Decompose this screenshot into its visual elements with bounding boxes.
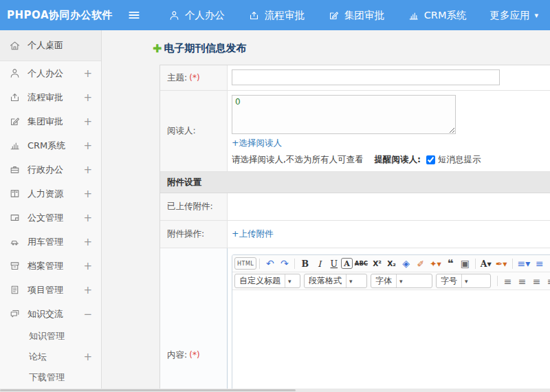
sidebar-item-label: 知识管理 [29,330,92,342]
underline-button[interactable]: U [327,257,341,270]
expand-toggle-icon[interactable]: + [83,212,92,224]
expand-toggle-icon[interactable]: + [83,116,92,128]
html-source-button[interactable]: HTML [234,257,256,270]
redo-button[interactable]: ↷ [277,257,292,270]
align-justify-button[interactable]: ≡ [544,274,550,288]
font-family-select[interactable]: 字体 ▾ [371,274,432,288]
toolbar-button-glyph: ≡ [547,276,550,287]
sidebar-item-icon [9,140,21,151]
expand-toggle-icon[interactable]: + [83,140,92,152]
attachment-section-header: 附件设置 [160,172,550,193]
attachment-operation-label: 附件操作: [160,221,228,248]
sms-notify-checkbox[interactable] [426,155,435,164]
sidebar-item-workflow-approval[interactable]: 流程审批 + [0,85,101,109]
expand-toggle-icon[interactable]: + [83,91,92,104]
editor-content-area[interactable] [232,290,550,392]
sidebar-item-hr[interactable]: 人力资源 + [0,182,101,206]
expand-toggle-icon[interactable]: + [83,67,92,80]
app-logo: PHPOA协同办公软件 [0,9,120,22]
topnav-item-label: CRM系统 [424,9,467,22]
toolbar-select-label: 自定义标题 [235,275,285,287]
topnav-item-label: 更多应用 [490,9,529,22]
topnav-workflow-approval[interactable]: 流程审批 [236,0,316,30]
sidebar-item-personal-desktop[interactable]: 个人桌面 [0,30,101,61]
paste-button[interactable]: ▣ [458,257,472,270]
toolbar-separator[interactable] [497,276,498,286]
strikethrough-button[interactable]: ABC [353,257,370,270]
topnav-crm[interactable]: CRM系统 [396,0,478,30]
font-color-button[interactable]: A▾ [478,257,494,270]
upload-attachment-link[interactable]: +上传附件 [232,228,273,240]
readers-hint-line: 请选择阅读人,不选为所有人可查看 提醒阅读人: 短消息提示 [232,154,550,166]
sidebar-item-document-mgmt[interactable]: 公文管理 + [0,206,101,230]
readers-hint-text: 请选择阅读人,不选为所有人可查看 [232,154,363,166]
expand-toggle-icon[interactable]: + [83,188,92,200]
sidebar-item-icon [9,308,21,320]
custom-title-select[interactable]: 自定义标题 ▾ [234,274,300,288]
font-style-button[interactable]: A [341,258,353,269]
subject-input[interactable] [232,69,500,85]
sidebar-item-crm[interactable]: CRM系统 + [0,133,101,157]
sidebar-item-icon [9,188,21,199]
sidebar-item-label: 公文管理 [28,212,80,224]
paragraph-format-select[interactable]: 段落格式 ▾ [304,274,367,288]
sms-notify-label: 短消息提示 [438,154,481,166]
sidebar-item-knowledge-exchange[interactable]: 知识交流 − [0,302,101,326]
topnav-group-approval[interactable]: 集团审批 [316,0,396,30]
sidebar-item-admin-office[interactable]: 行政办公 + [0,157,101,182]
expand-toggle-icon[interactable]: + [83,284,92,296]
sidebar-item-vehicle-mgmt[interactable]: 用车管理 + [0,230,101,254]
topnav-item-icon [168,10,180,21]
sidebar-subitem-knowledge-mgmt[interactable]: 知识管理 [0,326,101,347]
sidebar-item-project-mgmt[interactable]: 项目管理 + [0,278,101,302]
menu-toggle-button[interactable] [120,0,146,30]
expand-toggle-icon[interactable]: + [83,260,92,272]
toolbar-button-glyph: ✦▾ [430,259,441,269]
sidebar-item-icon [9,91,21,103]
scrollbar-thumb[interactable] [0,389,296,391]
sidebar-item-group-approval[interactable]: 集团审批 + [0,109,101,133]
choose-readers-link[interactable]: +选择阅读人 [232,138,282,149]
font-size-select[interactable]: 字号 ▾ [436,274,491,288]
superscript-button[interactable]: X² [370,257,384,270]
sidebar-subitem-download-mgmt[interactable]: 下载管理 [0,367,101,388]
sidebar-item-personal-office[interactable]: 个人办公 + [0,61,101,85]
format-brush-button[interactable]: ✐ [413,257,428,270]
sidebar-item-icon [9,164,21,175]
toolbar-button-glyph: A [344,259,350,268]
sidebar-subitem-forum[interactable]: 论坛 + [0,347,101,367]
highlight-color-button[interactable]: ✒▾ [494,257,509,270]
toolbar-separator[interactable] [294,259,295,269]
blockquote-button[interactable]: ❝ [443,257,458,270]
bold-button[interactable]: B [298,257,312,270]
align-right-button[interactable]: ≡ [529,274,544,288]
sidebar-item-archive-mgmt[interactable]: 档案管理 + [0,254,101,278]
expand-toggle-icon[interactable]: + [83,236,92,248]
toolbar-select-label: 字号 [437,275,461,287]
ordered-list-button[interactable]: ≡▾ [516,257,533,270]
toolbar-separator[interactable] [475,259,476,269]
subscript-button[interactable]: X₂ [384,257,399,270]
sidebar-item-label: 人力资源 [28,188,80,200]
attachment-operation-row: 附件操作: +上传附件 [160,221,550,248]
align-left-button[interactable]: ≡ [500,274,515,288]
eraser-button[interactable]: ◈ [399,257,413,270]
autotypeset-button[interactable]: ✦▾ [428,257,443,270]
topnav-personal-office[interactable]: 个人办公 [157,0,236,30]
toolbar-button-glyph: ❝ [448,257,454,270]
topnav-item-label: 个人办公 [185,9,225,22]
toolbar-button-glyph: HTML [237,261,254,267]
toolbar-separator[interactable] [259,259,260,269]
topnav-more-apps[interactable]: 更多应用 ▾ [478,0,550,30]
readers-textarea[interactable]: 0 [232,95,456,134]
align-center-button[interactable]: ≡ [515,274,529,288]
horizontal-scrollbar[interactable] [0,389,550,392]
expand-toggle-icon[interactable]: − [83,308,92,320]
undo-button[interactable]: ↶ [263,257,277,270]
italic-button[interactable]: I [312,257,327,270]
expand-toggle-icon[interactable]: + [83,164,92,176]
unordered-list-button[interactable]: ≡ [532,257,547,270]
content-row: 内容: (*) HTML ↶ ↷ B [160,248,550,392]
expand-toggle-icon[interactable]: + [83,351,92,363]
toolbar-separator[interactable] [512,259,513,269]
